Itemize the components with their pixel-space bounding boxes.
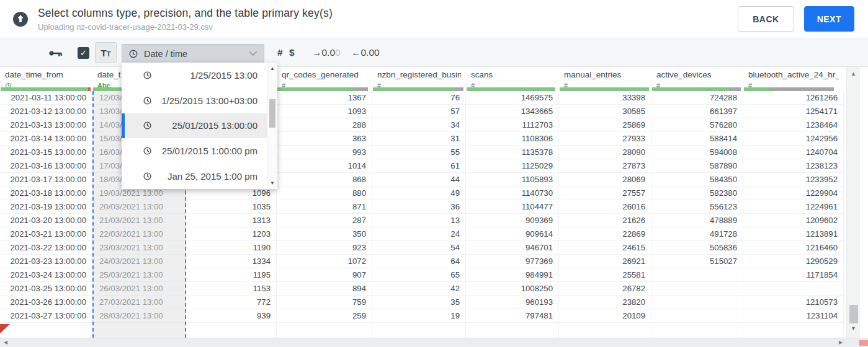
table-cell: 27933 bbox=[559, 132, 651, 146]
next-button[interactable]: NEXT bbox=[804, 6, 854, 32]
vertical-scrollbar-thumb[interactable] bbox=[849, 305, 858, 323]
dropdown-scrollbar-thumb[interactable] bbox=[269, 99, 275, 128]
column-header[interactable]: scans# bbox=[466, 67, 559, 91]
scroll-down-icon[interactable]: ▼ bbox=[267, 180, 277, 186]
quality-bar-segment bbox=[560, 87, 649, 91]
table-cell: 65 bbox=[372, 268, 466, 282]
table-cell: 30585 bbox=[559, 105, 651, 118]
column-header[interactable]: active_devices# bbox=[651, 67, 743, 91]
table-cell: 28069 bbox=[559, 173, 651, 187]
dropdown-option-label: 25/01/2015 13:00:00 bbox=[152, 120, 257, 131]
table-cell: 19 bbox=[372, 309, 466, 323]
table-cell: 31 bbox=[372, 132, 466, 146]
column-name: bluetooth_active_24_hr_ bbox=[748, 70, 839, 81]
table-cell: 64 bbox=[372, 255, 466, 268]
table-cell: 1104477 bbox=[466, 200, 559, 214]
dropdown-option-label: 25/01/2015 1:00:00 pm bbox=[152, 146, 257, 156]
table-cell: 939 bbox=[186, 309, 277, 323]
dropdown-option[interactable]: 25/01/2015 1:00:00 pm bbox=[122, 138, 267, 164]
currency-type-button[interactable]: $ bbox=[289, 47, 295, 58]
scroll-right-icon[interactable]: ▶ bbox=[839, 340, 843, 345]
table-cell: 2021-03-15 13:00:00 bbox=[0, 146, 92, 159]
column-name: manual_entries bbox=[564, 70, 647, 81]
column-header[interactable]: manual_entries# bbox=[559, 67, 651, 91]
table-cell: 1238123 bbox=[743, 159, 844, 173]
table-cell: 363 bbox=[277, 132, 372, 146]
table-cell: 259 bbox=[277, 309, 372, 323]
table-cell: 1008250 bbox=[466, 282, 559, 296]
table-cell: 288 bbox=[277, 118, 372, 132]
boolean-type-checkbox[interactable]: ✓ bbox=[78, 47, 89, 59]
column-cells: 7657343155614449361324546465423519 bbox=[372, 91, 466, 338]
table-column-nzbn_registered_busine: nzbn_registered_busine#76573431556144493… bbox=[372, 67, 466, 338]
table-cell: 2021-03-14 13:00:00 bbox=[0, 132, 92, 146]
table-cell-empty bbox=[277, 323, 372, 338]
table-cell: 287 bbox=[277, 214, 372, 227]
table-cell: 21626 bbox=[559, 214, 651, 227]
clock-icon bbox=[143, 71, 152, 80]
table-cell: 1229904 bbox=[743, 187, 844, 200]
table-horizontal-scrollbar[interactable]: ◀ ▶ bbox=[0, 338, 868, 347]
table-cell-empty bbox=[0, 323, 92, 338]
quality-bar-segment bbox=[744, 87, 771, 91]
table-cell: 1093 bbox=[277, 105, 372, 118]
page-title: Select columns type, precision, and the … bbox=[38, 7, 333, 20]
column-header[interactable]: date_time_from bbox=[0, 67, 92, 91]
clock-icon bbox=[143, 96, 152, 105]
upload-wizard-page: Select columns type, precision, and the … bbox=[0, 0, 868, 347]
number-type-button[interactable]: # bbox=[277, 47, 283, 58]
column-name: scans bbox=[471, 70, 554, 81]
column-header[interactable]: nzbn_registered_busine# bbox=[372, 67, 466, 91]
scroll-down-icon[interactable]: ▼ bbox=[847, 325, 860, 332]
text-type-button[interactable]: Tt bbox=[95, 42, 117, 63]
table-cell: 772 bbox=[186, 296, 277, 309]
table-cell: 946701 bbox=[466, 241, 559, 255]
back-button[interactable]: BACK bbox=[738, 6, 794, 32]
table-cell: 515027 bbox=[651, 255, 743, 268]
chevron-down-icon bbox=[249, 51, 257, 56]
table-cell: 909369 bbox=[466, 214, 559, 227]
dropdown-option[interactable]: 1/25/2015 13:00+03:00 bbox=[122, 88, 267, 113]
table-cell: 2021-03-16 13:00:00 bbox=[0, 159, 92, 173]
header-titles: Select columns type, precision, and the … bbox=[38, 7, 333, 32]
table-cell: 880 bbox=[277, 187, 372, 200]
increase-decimal-button[interactable]: →0.00 bbox=[312, 47, 341, 58]
table-cell: 1210573 bbox=[743, 296, 844, 309]
dropdown-option[interactable]: 1/25/2015 13:00 bbox=[122, 63, 267, 88]
table-column-active_devices: active_devices#7242886613975762805884145… bbox=[651, 67, 743, 338]
quality-bar-segment bbox=[771, 87, 834, 91]
table-cell: 20109 bbox=[559, 309, 651, 323]
table-cell: 22/03/2021 13:00 bbox=[94, 227, 185, 241]
column-header[interactable]: qr_codes_generated# bbox=[277, 67, 372, 91]
column-header[interactable]: bluetooth_active_24_hr_# bbox=[743, 67, 844, 91]
table-cell: 1035 bbox=[186, 200, 277, 214]
scroll-up-icon[interactable]: ▲ bbox=[847, 71, 860, 77]
table-cell-empty bbox=[743, 323, 844, 338]
dropdown-scrollbar[interactable]: ▲ ▼ bbox=[267, 63, 277, 189]
table-cell: 984991 bbox=[466, 268, 559, 282]
scroll-left-icon[interactable]: ◀ bbox=[4, 340, 7, 345]
table-cell: 26/03/2021 13:00 bbox=[94, 282, 185, 296]
table-cell: 42 bbox=[372, 282, 466, 296]
column-quality-bar bbox=[1, 87, 91, 91]
table-cell: 960193 bbox=[466, 296, 559, 309]
table-cell: 1072 bbox=[277, 255, 372, 268]
primary-key-icon[interactable] bbox=[48, 49, 63, 60]
scroll-up-icon[interactable]: ▲ bbox=[267, 66, 277, 71]
dropdown-option[interactable]: 25/01/2015 13:00:00 bbox=[122, 113, 267, 139]
column-cells: 1469575134366511127031108306113537811250… bbox=[466, 91, 559, 338]
table-cell: 1233952 bbox=[743, 173, 844, 187]
table-cell: 24 bbox=[372, 227, 466, 241]
table-cell: 350 bbox=[277, 227, 372, 241]
quality-bar-segment bbox=[1, 87, 88, 91]
table-cell: 1261266 bbox=[743, 91, 844, 105]
table-vertical-scrollbar[interactable]: ▲ ▼ bbox=[846, 67, 860, 338]
table-cell: 1238464 bbox=[743, 118, 844, 132]
column-name: qr_codes_generated bbox=[282, 70, 367, 81]
datetime-format-select[interactable]: Date / time bbox=[122, 44, 264, 63]
decrease-decimal-button[interactable]: ←0.00 bbox=[351, 47, 380, 58]
table-cell: 588414 bbox=[651, 132, 743, 146]
table-cell: 505836 bbox=[651, 241, 743, 255]
table-cell: 1290529 bbox=[743, 255, 844, 268]
dropdown-option[interactable]: Jan 25, 2015 1:00 pm bbox=[122, 164, 267, 189]
